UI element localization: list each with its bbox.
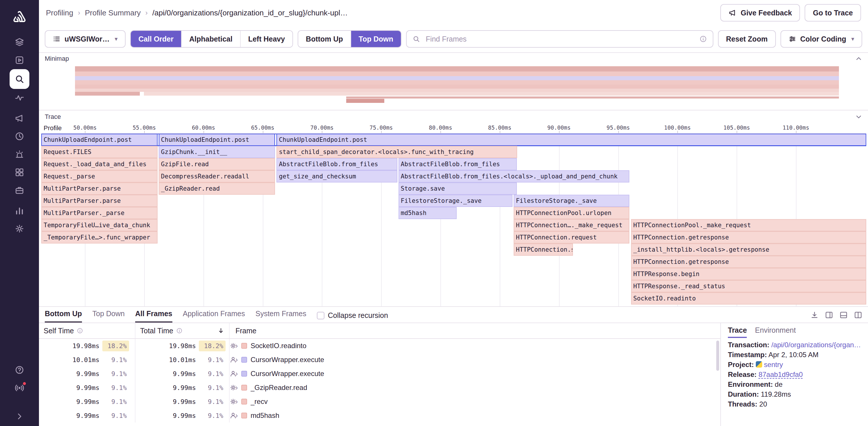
color-coding-button[interactable]: Color Coding ▾ [780, 30, 862, 48]
tab-system-frames[interactable]: System Frames [255, 309, 306, 323]
flame-frame[interactable]: _install_httplib.<locals>.getresponse [631, 243, 866, 256]
find-frames-input[interactable] [425, 34, 695, 44]
settings-icon[interactable] [14, 224, 24, 234]
flame-frame[interactable]: MultiPartParser._parse [41, 207, 158, 219]
flame-frame[interactable]: HTTPConnection.getresponse [631, 231, 866, 243]
detail-field[interactable]: Transaction: /api/0/organizations/{organ… [728, 340, 861, 350]
flame-frame[interactable]: DecompressReader.readall [159, 170, 275, 183]
layout-split-columns-icon[interactable] [854, 311, 862, 319]
top-down-button[interactable]: Top Down [350, 31, 401, 47]
detail-value[interactable]: sentry [764, 361, 783, 368]
frame-cell[interactable]: ›CursorWrapper.execute [230, 367, 720, 381]
breadcrumb-profiling[interactable]: Profiling [46, 8, 73, 18]
flame-frame[interactable]: md5hash [399, 207, 457, 219]
flame-frame[interactable]: ChunkUploadEndpoint.post [41, 134, 158, 146]
frame-cell[interactable]: ›_recv [230, 395, 720, 408]
flame-frame[interactable]: MultiPartParser.parse [41, 195, 158, 207]
flame-frame[interactable]: HTTPResponse._read_status [631, 280, 866, 292]
checkbox-icon[interactable] [317, 312, 324, 319]
help-icon[interactable] [14, 365, 24, 375]
expand-chevron-icon[interactable]: › [236, 342, 238, 349]
expand-chevron-icon[interactable]: › [236, 398, 238, 405]
tab-top-down[interactable]: Top Down [92, 309, 125, 323]
alphabetical-button[interactable]: Alphabetical [181, 31, 240, 47]
table-row[interactable]: 9.99ms9.1%9.99ms9.1%›CursorWrapper.execu… [39, 367, 720, 381]
sentry-logo[interactable] [12, 9, 27, 24]
flame-frame[interactable]: Request._parse [41, 170, 158, 183]
flame-frame[interactable]: FilestoreStorage._save [514, 195, 629, 207]
flame-frame[interactable]: GzipChunk.__init__ [159, 146, 275, 158]
flame-frame[interactable]: AbstractFileBlob.from_files [276, 158, 397, 170]
table-row[interactable]: 9.99ms9.1%9.99ms9.1%›md5hash [39, 408, 720, 423]
tab-bottom-up[interactable]: Bottom Up [45, 309, 82, 323]
chevron-down-icon[interactable] [855, 113, 862, 120]
detail-value[interactable]: 87aab1d9cfa0 [758, 370, 803, 378]
frame-cell[interactable]: ›_GzipReader.read [230, 381, 720, 395]
info-icon[interactable] [700, 35, 707, 43]
give-feedback-button[interactable]: Give Feedback [720, 4, 800, 22]
tab-application-frames[interactable]: Application Frames [183, 309, 245, 323]
frame-cell[interactable]: ›md5hash [230, 408, 720, 423]
flame-frame[interactable]: AbstractFileBlob.from_files.<locals>._up… [399, 170, 629, 183]
search-icon[interactable] [9, 69, 29, 89]
sort-descending-icon[interactable] [217, 327, 224, 334]
layout-sidebar-right-icon[interactable] [825, 311, 833, 319]
feedback-icon[interactable] [14, 113, 24, 123]
flame-frame[interactable]: _TemporaryFile…>.func_wrapper [41, 231, 158, 243]
expand-chevron-icon[interactable]: › [236, 356, 238, 363]
collapse-sidebar-icon[interactable] [15, 412, 24, 421]
tab-environment[interactable]: Environment [755, 326, 796, 338]
download-icon[interactable] [810, 311, 818, 319]
flame-frame[interactable]: HTTPConnection.request [514, 231, 629, 243]
alerts-icon[interactable] [14, 150, 24, 159]
self-time-header[interactable]: Self Time [43, 327, 74, 335]
chevron-up-icon[interactable] [855, 55, 862, 62]
collapse-recursion-checkbox[interactable]: Collapse recursion [317, 311, 388, 323]
bottom-up-button[interactable]: Bottom Up [298, 31, 350, 47]
flame-frame[interactable]: HTTPConnection…._make_request [514, 219, 629, 231]
frame-cell[interactable]: ›SocketIO.readinto [230, 339, 720, 353]
flame-frame[interactable]: Request.FILES [41, 146, 158, 158]
minimap-canvas[interactable] [39, 65, 868, 110]
expand-chevron-icon[interactable]: › [236, 412, 238, 419]
tab-trace[interactable]: Trace [728, 326, 747, 338]
thread-selector[interactable]: uWSGIWor… ▾ [45, 30, 126, 48]
table-row[interactable]: 10.01ms9.1%10.01ms9.1%›CursorWrapper.exe… [39, 353, 720, 367]
projects-icon[interactable] [14, 55, 24, 65]
table-scrollbar[interactable] [716, 340, 719, 371]
flame-frame[interactable]: get_size_and_checksum [276, 170, 397, 183]
detail-field[interactable]: Project: sentry [728, 360, 861, 370]
total-time-header[interactable]: Total Time [140, 327, 173, 335]
whats-new-icon[interactable] [14, 383, 24, 393]
go-to-trace-button[interactable]: Go to Trace [805, 4, 861, 22]
releases-icon[interactable] [14, 186, 24, 195]
crons-icon[interactable] [14, 131, 24, 141]
left-heavy-button[interactable]: Left Heavy [240, 31, 292, 47]
layout-bottom-panel-icon[interactable] [839, 311, 848, 319]
table-row[interactable]: 9.99ms9.1%9.99ms9.1%›_recv [39, 395, 720, 408]
tab-all-frames[interactable]: All Frames [135, 309, 173, 323]
flame-frame[interactable]: ChunkUploadEndpoint.post [276, 134, 866, 146]
flame-frame[interactable]: HTTPConnectionPool._make_request [631, 219, 866, 231]
flame-frame[interactable]: TemporaryFileU…ive_data_chunk [41, 219, 158, 231]
detail-value[interactable]: /api/0/organizations/{organ… [771, 341, 861, 349]
flame-frame[interactable]: MultiPartParser.parse [41, 183, 158, 195]
flame-frame[interactable]: HTTPResponse.begin [631, 268, 866, 280]
frame-cell[interactable]: ›CursorWrapper.execute [230, 353, 720, 367]
issues-icon[interactable] [14, 37, 24, 47]
expand-chevron-icon[interactable]: › [236, 370, 238, 377]
flame-frame[interactable]: SocketIO.readinto [631, 292, 866, 304]
detail-field[interactable]: Release: 87aab1d9cfa0 [728, 370, 861, 380]
dashboards-icon[interactable] [14, 167, 24, 177]
flame-frame[interactable]: HTTPConnectionPool.urlopen [514, 207, 629, 219]
stats-icon[interactable] [14, 206, 24, 216]
call-order-button[interactable]: Call Order [131, 31, 181, 47]
flame-frame[interactable]: Request._load_data_and_files [41, 158, 158, 170]
flame-frame[interactable]: FilestoreStorage._save [399, 195, 513, 207]
flame-frame[interactable]: start_child_span_decorator.<locals>.func… [276, 146, 517, 158]
flame-frame[interactable]: ChunkUploadEndpoint.post [159, 134, 275, 146]
table-row[interactable]: 9.99ms9.1%9.99ms9.1%›_GzipReader.read [39, 381, 720, 395]
breadcrumb-profile-summary[interactable]: Profile Summary [85, 8, 141, 18]
expand-chevron-icon[interactable]: › [236, 384, 238, 391]
flame-frame[interactable]: AbstractFileBlob.from_files [399, 158, 517, 170]
